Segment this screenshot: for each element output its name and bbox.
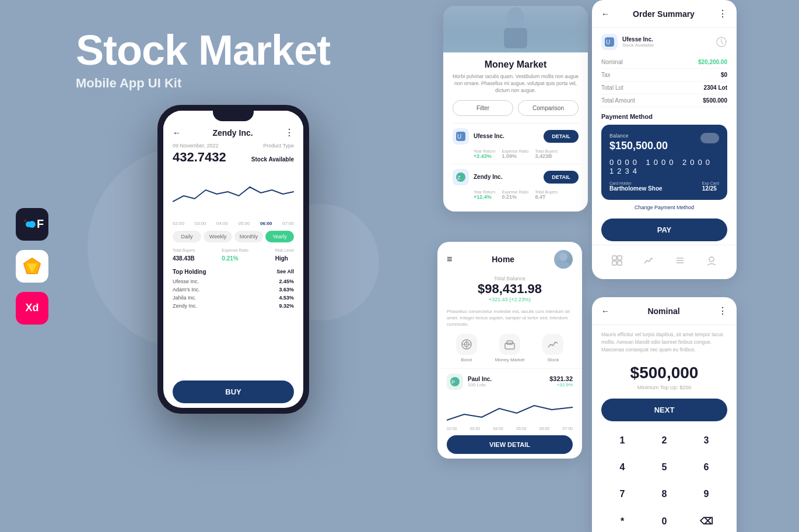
see-all-link[interactable]: See All [276,269,294,275]
numpad-6[interactable]: 6 [685,454,727,481]
nav-user-icon[interactable] [702,251,721,270]
svg-rect-26 [612,261,616,265]
period-daily[interactable]: Daily [173,231,201,242]
svg-rect-24 [612,256,616,260]
phone-product-type-label: Product Type [263,143,294,149]
fund-ufesse-item: U Ufesse Inc. DETAIL [453,123,579,149]
buy-button[interactable]: BUY [173,380,294,403]
money-market-hero-image [443,6,588,52]
phone-chart [173,170,294,216]
payment-section: Payment Method Balance $150,500.00 0000 … [592,107,737,210]
phone-screen-title: Zendy Inc. [212,128,253,138]
home-fund-lots: 100 Lots [468,382,545,387]
order-more-icon[interactable]: ⋮ [718,8,727,19]
hero-subtitle: Mobile App UI Kit [76,76,330,91]
period-yearly[interactable]: Yearly [265,231,294,242]
back-arrow-icon[interactable]: ← [173,128,181,138]
expense-ratio-value: 0.21% [222,255,238,262]
nominal-card: ← Nominal ⋮ Mauris efficitur vel turpis … [592,297,737,532]
order-nominal-row: Nominal $20,200.00 [601,56,727,69]
period-monthly[interactable]: Monthly [234,231,263,242]
payment-card: Balance $150,500.00 0000 1000 2000 1234 … [601,125,727,200]
holding-zendy: Zendy Inc. 9.32% [173,303,294,309]
view-detail-button[interactable]: VIEW DETAIL [447,435,573,454]
zendy-stats: Year Return +12.4% Expense Ratio 0.21% T… [453,190,579,205]
numpad-7[interactable]: 7 [601,481,643,508]
phone-time-labels: 02:00 03:00 04:00 05:00 06:00 07:00 [173,221,294,226]
action-stock[interactable]: Stock [542,334,563,362]
period-weekly[interactable]: Weekly [204,231,232,242]
zendy-detail-button[interactable]: DETAIL [544,171,579,184]
money-market-buttons: Filter Comparison [453,100,579,116]
numpad-5[interactable]: 5 [643,454,685,481]
nominal-description: Mauris efficitur vel turpis dapibus, sit… [592,325,737,359]
comparison-button[interactable]: Comparison [518,100,579,116]
figma-icon[interactable]: F F [16,208,48,241]
nav-grid-icon[interactable] [608,251,626,270]
nominal-min-topup: Minimum Top Up: $200 [592,385,737,390]
action-bond[interactable]: Bond [456,334,477,362]
balance-label: Total Balance [447,276,573,281]
bond-label: Bond [461,357,472,362]
more-options-icon[interactable]: ⋮ [285,127,294,138]
nav-list-icon[interactable] [671,251,689,270]
filter-button[interactable]: Filter [453,100,513,116]
card-holder-section: Card Holder Bartholomew Shoe [609,181,663,192]
nominal-back-icon[interactable]: ← [601,306,609,316]
payment-balance-label: Balance [609,133,719,139]
stock-label: Stock [547,357,559,362]
balance-amount: $98,431.98 [447,281,573,297]
numpad-backspace[interactable]: ⌫ [685,508,727,532]
total-lot-value: 2304 Lot [703,84,727,91]
exp-label: Exp Card [702,181,719,185]
numpad-8[interactable]: 8 [643,481,685,508]
numpad-1[interactable]: 1 [601,427,643,454]
period-buttons: Daily Weekly Monthly Yearly [173,231,294,242]
exp-date: 12/25 [702,185,719,192]
money-market-action-label: Money Market [495,357,525,362]
nominal-more-icon[interactable]: ⋮ [718,305,727,316]
svg-text:U: U [606,39,610,45]
paul-fund-icon: P [447,374,463,390]
order-total-amount-row: Total Amount $500.000 [601,94,727,107]
numpad-9[interactable]: 9 [685,481,727,508]
hamburger-icon[interactable]: ≡ [447,254,452,265]
phone-notch [213,111,254,121]
order-back-icon[interactable]: ← [601,9,609,19]
money-market-content: Money Market Morbi pulvinar iaculis quam… [443,52,588,212]
next-button[interactable]: NEXT [601,399,727,421]
order-total-lot-row: Total Lot 2304 Lot [601,82,727,94]
xd-icon[interactable]: Xd [16,292,48,325]
zendy-fund-icon: Z [453,169,469,185]
home-title: Home [492,255,514,264]
sketch-icon[interactable] [16,250,48,283]
svg-rect-6 [504,28,527,48]
tax-value: $0 [721,72,727,78]
numpad-2[interactable]: 2 [643,427,685,454]
action-money-market[interactable]: Money Market [495,334,525,362]
svg-text:Z: Z [457,175,461,181]
home-fund-item: P Paul Inc. 100 Lots $321.32 +32.9% [437,368,582,394]
svg-rect-27 [618,261,622,265]
money-market-card: Money Market Morbi pulvinar iaculis quam… [443,6,588,212]
home-balance-section: Total Balance $98,431.98 +321.43 (+2.23%… [437,273,582,308]
fund-zendy-item: Z Zendy Inc. DETAIL [453,164,579,190]
card-holder-name: Bartholomew Shoe [609,185,663,192]
svg-rect-18 [507,341,513,344]
order-tax-row: Tax $0 [601,69,727,82]
numpad-4[interactable]: 4 [601,454,643,481]
numpad-star[interactable]: * [601,508,643,532]
top-holding-title: Top Holding [173,269,206,275]
nav-chart-icon[interactable] [639,251,658,270]
nominal-amount: $500,000 [592,359,737,385]
pay-button[interactable]: PAY [601,219,727,241]
total-buyers-value: 438.43B [173,255,195,262]
ufesse-detail-button[interactable]: DETAIL [544,130,579,143]
home-fund-amount: $321.32 [549,375,573,382]
change-payment-link[interactable]: Change Payment Method [611,205,718,210]
phone-frame: ← Zendy Inc. ⋮ 09 November, 2022 Product… [157,105,309,414]
numpad-3[interactable]: 3 [685,427,727,454]
card-holder-label: Card Holder [609,181,663,185]
numpad-0[interactable]: 0 [643,508,685,532]
order-company-row: U Ufesse Inc. Stock Available [592,28,737,56]
